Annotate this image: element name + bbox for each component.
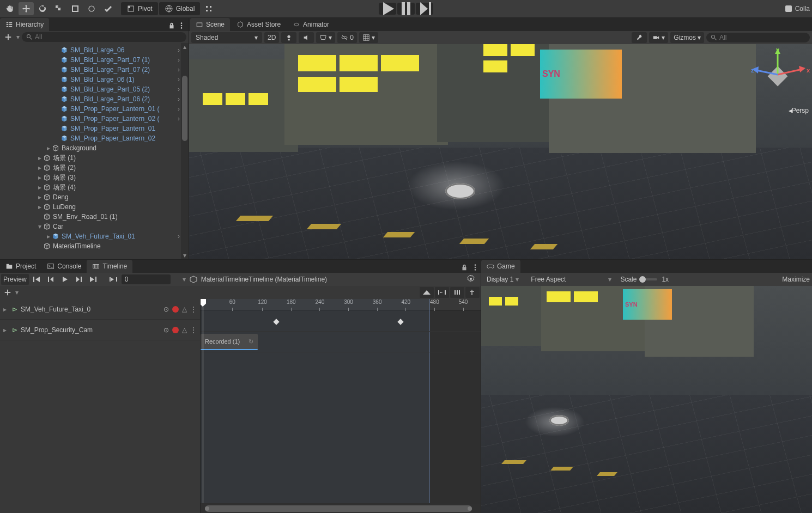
- 2d-toggle[interactable]: 2D: [264, 32, 279, 43]
- hierarchy-item[interactable]: SM_Env_Road_01 (1): [0, 212, 189, 222]
- preview-button[interactable]: Preview: [1, 274, 29, 285]
- game-viewport[interactable]: SYN: [481, 286, 812, 513]
- pivot-toggle[interactable]: Pivot: [121, 2, 158, 15]
- pause-button[interactable]: [397, 3, 415, 15]
- track-menu-icon[interactable]: ⋮: [190, 326, 197, 334]
- snap-toggle[interactable]: [201, 2, 216, 15]
- hierarchy-item[interactable]: ▸场景 (2): [0, 163, 189, 173]
- asset-store-tab[interactable]: Asset Store: [231, 18, 286, 31]
- hierarchy-item[interactable]: ▸Deng: [0, 192, 189, 202]
- add-track-dropdown-icon[interactable]: ▾: [15, 289, 19, 296]
- game-tab[interactable]: Game: [481, 260, 520, 273]
- aspect-dropdown[interactable]: Free Aspect▾: [528, 274, 616, 285]
- step-button[interactable]: [416, 3, 433, 15]
- track-target-icon[interactable]: ⊙: [163, 326, 169, 334]
- goto-start-button[interactable]: [30, 274, 43, 285]
- add-track-button[interactable]: [1, 287, 14, 298]
- hierarchy-item[interactable]: ▸LuDeng: [0, 202, 189, 212]
- track-curve-icon[interactable]: △: [182, 326, 187, 334]
- transform-tool[interactable]: [84, 2, 99, 15]
- timeline-settings-icon[interactable]: [466, 274, 475, 285]
- play-button[interactable]: [379, 3, 396, 15]
- play-range-button[interactable]: [106, 274, 120, 285]
- scale-tool[interactable]: [51, 2, 66, 15]
- timeline-play-button[interactable]: [58, 274, 71, 285]
- animator-tab[interactable]: Animator: [287, 18, 335, 31]
- gizmos-dropdown[interactable]: Gizmos ▾: [670, 32, 704, 43]
- shading-dropdown[interactable]: Shaded▾: [191, 32, 262, 43]
- hierarchy-add-button[interactable]: [2, 32, 14, 42]
- dropdown-arrow-icon[interactable]: ▾: [16, 33, 20, 41]
- persp-label[interactable]: ◂Persp: [789, 107, 809, 114]
- hierarchy-item[interactable]: ▸场景 (1): [0, 153, 189, 163]
- scrollbar-thumb[interactable]: [205, 505, 472, 512]
- clip-area[interactable]: 60120180240300360420480540 Recorded (1)↻: [201, 299, 481, 513]
- edit-mode-1[interactable]: [420, 287, 434, 298]
- timeline-tab[interactable]: Timeline: [87, 260, 132, 273]
- next-frame-button[interactable]: [72, 274, 86, 285]
- edit-mode-2[interactable]: [435, 287, 449, 298]
- hierarchy-item[interactable]: SM_Bld_Large_06 (1)›: [0, 75, 189, 84]
- frame-input[interactable]: [125, 276, 167, 283]
- scene-viewport[interactable]: SYN y x z: [189, 44, 812, 259]
- collab-label[interactable]: Colla: [795, 5, 810, 13]
- goto-end-button[interactable]: [87, 274, 100, 285]
- project-tab[interactable]: Project: [0, 260, 41, 273]
- hierarchy-menu-icon[interactable]: [178, 22, 185, 31]
- scene-search-input[interactable]: [719, 34, 805, 41]
- keyframe[interactable]: [273, 319, 279, 325]
- scene-grid-toggle[interactable]: ▾: [359, 32, 378, 43]
- record-button[interactable]: [172, 327, 179, 333]
- custom-tool[interactable]: [100, 2, 116, 15]
- hierarchy-item[interactable]: SM_Bld_Large_Part_06 (2)›: [0, 94, 189, 104]
- collab-checkbox[interactable]: [785, 5, 792, 12]
- record-button[interactable]: [172, 306, 179, 313]
- hierarchy-tree[interactable]: SM_Bld_Large_06›SM_Bld_Large_Part_07 (1)…: [0, 43, 189, 259]
- edit-mode-3[interactable]: [450, 287, 464, 298]
- hierarchy-item[interactable]: SM_Bld_Large_Part_07 (1)›: [0, 55, 189, 65]
- hierarchy-item[interactable]: SM_Prop_Paper_Lantern_01 (›: [0, 104, 189, 114]
- hierarchy-item[interactable]: MaterialTimeline: [0, 241, 189, 251]
- scene-audio-toggle[interactable]: [299, 32, 314, 43]
- scene-tools-icon[interactable]: [632, 32, 647, 43]
- timeline-menu-icon[interactable]: [470, 262, 481, 273]
- track-foldout[interactable]: ▸: [3, 326, 9, 334]
- hierarchy-item[interactable]: SM_Prop_Paper_Lantern_02: [0, 133, 189, 143]
- hierarchy-scrollbar[interactable]: ▴ ▾: [181, 43, 189, 259]
- prev-frame-button[interactable]: [44, 274, 57, 285]
- timeline-dropdown-icon[interactable]: ▾: [183, 276, 186, 283]
- hierarchy-item[interactable]: SM_Bld_Large_06›: [0, 45, 189, 55]
- animation-clip[interactable]: Recorded (1)↻: [201, 334, 258, 350]
- hierarchy-item[interactable]: SM_Prop_Paper_Lantern_01: [0, 124, 189, 133]
- track-lane[interactable]: [201, 311, 481, 332]
- track-row[interactable]: ▸⊳SM_Veh_Future_Taxi_0⊙△⋮: [0, 299, 200, 320]
- hierarchy-lock-icon[interactable]: [168, 22, 175, 31]
- hierarchy-item[interactable]: ▸场景 (4): [0, 182, 189, 192]
- hierarchy-search-input[interactable]: [35, 33, 182, 41]
- scene-tab[interactable]: Scene: [190, 18, 230, 31]
- scene-camera-icon[interactable]: ▾: [649, 32, 668, 43]
- keyframe[interactable]: [397, 319, 403, 325]
- track-row[interactable]: ▸⊳SM_Prop_Security_Cam⊙△⋮: [0, 320, 200, 340]
- track-menu-icon[interactable]: ⋮: [190, 306, 197, 313]
- scene-search[interactable]: [706, 33, 810, 42]
- scene-fx-toggle[interactable]: ▾: [316, 32, 335, 43]
- hierarchy-tab[interactable]: Hierarchy: [0, 18, 49, 31]
- hierarchy-item[interactable]: ▸SM_Veh_Future_Taxi_01›: [0, 231, 189, 241]
- hierarchy-item[interactable]: ▸Background: [0, 143, 189, 153]
- hierarchy-item[interactable]: SM_Bld_Large_Part_05 (2)›: [0, 84, 189, 94]
- orientation-gizmo[interactable]: y x z: [749, 47, 809, 107]
- timeline-h-scrollbar[interactable]: [201, 504, 481, 513]
- playhead[interactable]: [203, 299, 203, 503]
- hierarchy-item[interactable]: ▸场景 (3): [0, 173, 189, 182]
- rotate-tool[interactable]: [35, 2, 50, 15]
- scene-hidden-toggle[interactable]: 0: [337, 32, 357, 43]
- frame-field[interactable]: [122, 274, 171, 284]
- hierarchy-item[interactable]: SM_Bld_Large_Part_07 (2)›: [0, 65, 189, 75]
- scrollbar-thumb[interactable]: [182, 76, 187, 141]
- hand-tool[interactable]: [2, 2, 17, 15]
- track-target-icon[interactable]: ⊙: [163, 306, 169, 313]
- console-tab[interactable]: Console: [41, 260, 87, 273]
- maximize-button[interactable]: Maximize: [782, 276, 810, 283]
- edit-mode-4[interactable]: [465, 287, 480, 298]
